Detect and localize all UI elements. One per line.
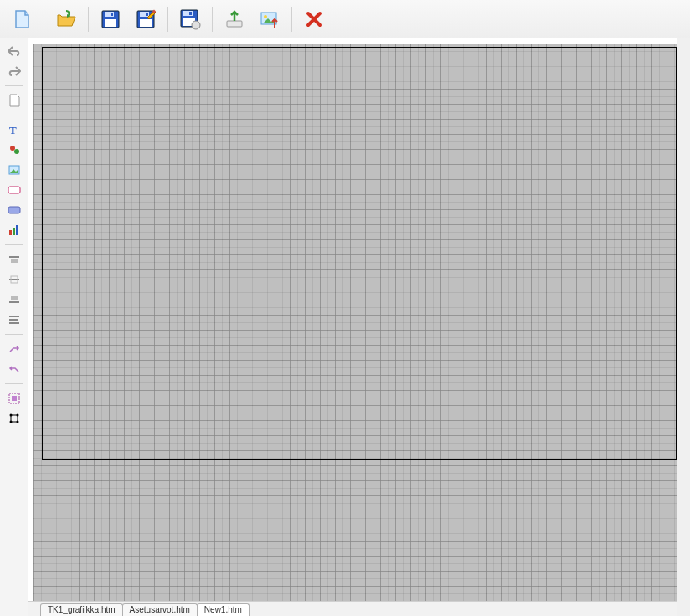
svg-rect-16 [13,228,15,235]
document-tab[interactable]: TK1_grafiikka.htm [40,603,123,616]
open-folder-icon [55,8,77,30]
toolbar-separator [291,7,292,32]
crop-icon [8,413,20,424]
save-icon [100,9,121,29]
panel-tool-button[interactable] [3,201,25,219]
side-separator [5,244,23,245]
toolbar-separator [44,7,44,32]
new-file-button[interactable] [5,4,39,34]
link-icon [8,344,20,354]
panel-icon [8,206,21,214]
button-icon [8,186,21,194]
toolbar-separator [212,7,213,32]
svg-rect-24 [9,316,19,317]
import-image-icon [260,9,280,29]
redo-icon [8,65,21,77]
select-all-button[interactable] [3,389,25,408]
side-toolbar: T [0,38,28,616]
align-4-button[interactable] [3,311,25,329]
svg-rect-29 [11,415,18,422]
align-icon [8,295,20,304]
save-edit-icon [136,9,156,29]
svg-rect-14 [8,207,20,213]
redo-button[interactable] [3,62,25,80]
text-tool-button[interactable]: T [3,121,25,139]
align-1-button[interactable] [3,250,25,269]
svg-point-32 [9,421,12,424]
new-file-icon [11,8,33,30]
text-icon: T [8,124,20,136]
export-button[interactable] [218,4,251,34]
svg-point-31 [16,414,18,417]
close-x-icon [305,10,323,28]
link-2-button[interactable] [3,360,25,378]
save-as-button[interactable] [129,4,162,34]
align-icon [8,315,20,325]
svg-point-30 [9,414,12,417]
chart-tool-button[interactable] [3,221,25,239]
export-up-icon [224,9,245,29]
svg-rect-15 [9,230,12,235]
page-outline[interactable] [42,47,677,460]
document-tab[interactable]: Asetusarvot.htm [122,603,198,616]
svg-rect-18 [9,256,19,258]
main-toolbar [0,0,690,38]
design-canvas[interactable] [33,44,677,601]
button-tool-button[interactable] [3,181,25,199]
svg-rect-23 [11,296,18,300]
save-button[interactable] [94,4,127,34]
document-tab[interactable]: New1.htm [197,603,250,616]
chart-icon [8,224,20,236]
svg-rect-28 [12,396,17,401]
svg-rect-22 [9,301,19,303]
page-icon [8,94,20,107]
field-icon [8,144,20,156]
side-separator [5,115,23,116]
main-area: T [0,38,690,616]
link-icon [8,364,20,374]
open-file-button[interactable] [49,4,83,34]
link-1-button[interactable] [3,340,25,358]
svg-point-10 [10,146,15,151]
import-image-button[interactable] [253,4,286,34]
select-all-icon [8,393,20,404]
side-separator [5,383,23,384]
side-separator [5,334,23,335]
crop-tool-button[interactable] [3,409,25,428]
side-separator [5,85,23,86]
page-tool-button[interactable] [3,91,25,110]
undo-icon [8,45,21,57]
save-all-icon [179,8,201,30]
toolbar-separator [167,7,168,32]
svg-point-33 [16,421,18,424]
svg-rect-19 [11,259,18,263]
svg-rect-26 [9,322,19,324]
align-icon [8,255,20,264]
image-icon [8,165,20,175]
work-area: TK1_grafiikka.htm Asetusarvot.htm New1.h… [28,38,677,616]
vertical-scrollbar[interactable] [677,38,690,616]
field-tool-button[interactable] [3,141,25,159]
document-tabs: TK1_grafiikka.htm Asetusarvot.htm New1.h… [28,601,677,616]
save-all-button[interactable] [173,4,207,34]
svg-rect-25 [9,319,18,321]
align-2-button[interactable] [3,270,25,289]
close-button[interactable] [297,4,331,34]
undo-button[interactable] [3,42,25,60]
align-3-button[interactable] [3,290,25,309]
svg-rect-17 [16,225,18,235]
svg-rect-13 [8,187,20,193]
app-root: T [0,0,690,616]
toolbar-separator [88,7,89,32]
svg-point-8 [264,15,267,18]
svg-rect-6 [227,21,242,27]
svg-point-11 [14,149,19,154]
svg-point-5 [192,21,200,29]
svg-text:T: T [9,124,17,136]
align-icon [8,275,20,284]
image-tool-button[interactable] [3,161,25,179]
